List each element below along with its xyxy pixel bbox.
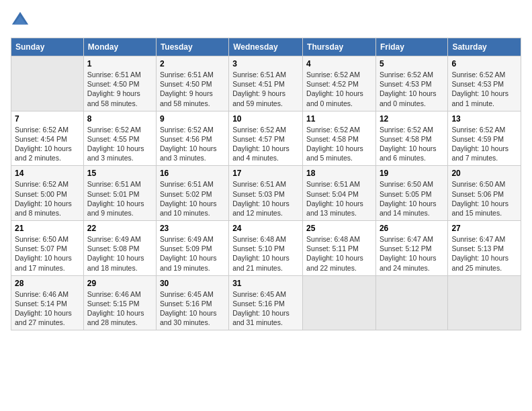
day-number: 26	[380, 224, 444, 233]
col-header-thursday: Thursday	[303, 38, 376, 56]
col-header-saturday: Saturday	[448, 38, 521, 56]
day-info: Sunrise: 6:51 AMSunset: 4:50 PMDaylight:…	[160, 70, 225, 108]
day-info: Sunrise: 6:51 AMSunset: 5:03 PMDaylight:…	[232, 179, 299, 218]
calendar-cell: 3Sunrise: 6:51 AMSunset: 4:51 PMDaylight…	[229, 56, 303, 111]
day-info: Sunrise: 6:51 AMSunset: 5:01 PMDaylight:…	[87, 179, 152, 218]
day-number: 30	[160, 279, 225, 288]
calendar-cell: 10Sunrise: 6:52 AMSunset: 4:57 PMDayligh…	[229, 111, 303, 166]
day-info: Sunrise: 6:45 AMSunset: 5:16 PMDaylight:…	[160, 289, 225, 328]
logo-icon	[11, 11, 30, 30]
day-number: 22	[87, 224, 152, 233]
calendar-week-row: 28Sunrise: 6:46 AMSunset: 5:14 PMDayligh…	[11, 275, 521, 330]
day-number: 3	[232, 59, 299, 68]
day-info: Sunrise: 6:50 AMSunset: 5:05 PMDaylight:…	[380, 179, 444, 218]
col-header-sunday: Sunday	[11, 38, 84, 56]
day-info: Sunrise: 6:52 AMSunset: 4:57 PMDaylight:…	[232, 125, 299, 163]
day-number: 2	[160, 59, 225, 68]
day-info: Sunrise: 6:52 AMSunset: 4:54 PMDaylight:…	[15, 125, 80, 163]
calendar-cell: 20Sunrise: 6:50 AMSunset: 5:06 PMDayligh…	[448, 166, 521, 221]
day-info: Sunrise: 6:51 AMSunset: 4:50 PMDaylight:…	[87, 70, 152, 108]
day-number: 1	[87, 59, 152, 68]
day-number: 18	[306, 169, 372, 178]
day-info: Sunrise: 6:51 AMSunset: 4:51 PMDaylight:…	[232, 70, 299, 108]
calendar-cell: 25Sunrise: 6:48 AMSunset: 5:11 PMDayligh…	[303, 221, 376, 276]
day-number: 31	[232, 279, 299, 288]
col-header-wednesday: Wednesday	[229, 38, 303, 56]
day-number: 12	[380, 114, 444, 124]
calendar-cell: 8Sunrise: 6:52 AMSunset: 4:55 PMDaylight…	[83, 111, 156, 166]
calendar-cell: 17Sunrise: 6:51 AMSunset: 5:03 PMDayligh…	[229, 166, 303, 221]
calendar-cell: 6Sunrise: 6:52 AMSunset: 4:53 PMDaylight…	[448, 56, 521, 111]
page-header	[11, 11, 521, 30]
day-info: Sunrise: 6:52 AMSunset: 4:56 PMDaylight:…	[160, 125, 225, 163]
col-header-friday: Friday	[375, 38, 447, 56]
day-info: Sunrise: 6:48 AMSunset: 5:11 PMDaylight:…	[306, 234, 372, 273]
day-number: 6	[451, 59, 517, 68]
calendar-cell: 29Sunrise: 6:46 AMSunset: 5:15 PMDayligh…	[83, 275, 156, 330]
day-number: 21	[15, 224, 80, 233]
day-number: 29	[87, 279, 152, 288]
day-number: 19	[380, 169, 444, 178]
calendar-cell: 24Sunrise: 6:48 AMSunset: 5:10 PMDayligh…	[229, 221, 303, 276]
day-number: 17	[232, 169, 299, 178]
calendar-cell: 4Sunrise: 6:52 AMSunset: 4:52 PMDaylight…	[303, 56, 376, 111]
day-info: Sunrise: 6:47 AMSunset: 5:12 PMDaylight:…	[380, 234, 444, 273]
day-info: Sunrise: 6:52 AMSunset: 4:58 PMDaylight:…	[306, 125, 372, 163]
calendar-cell: 31Sunrise: 6:45 AMSunset: 5:16 PMDayligh…	[229, 275, 303, 330]
day-number: 4	[306, 59, 372, 68]
day-number: 16	[160, 169, 225, 178]
calendar-cell: 22Sunrise: 6:49 AMSunset: 5:08 PMDayligh…	[83, 221, 156, 276]
day-info: Sunrise: 6:49 AMSunset: 5:09 PMDaylight:…	[160, 234, 225, 273]
day-info: Sunrise: 6:51 AMSunset: 5:02 PMDaylight:…	[160, 179, 225, 218]
day-info: Sunrise: 6:50 AMSunset: 5:07 PMDaylight:…	[15, 234, 80, 273]
day-number: 7	[15, 114, 80, 124]
day-number: 27	[451, 224, 517, 233]
day-number: 24	[232, 224, 299, 233]
day-number: 11	[306, 114, 372, 124]
calendar-cell	[11, 56, 84, 111]
day-number: 20	[451, 169, 517, 178]
calendar-cell: 19Sunrise: 6:50 AMSunset: 5:05 PMDayligh…	[375, 166, 447, 221]
day-info: Sunrise: 6:50 AMSunset: 5:06 PMDaylight:…	[451, 179, 517, 218]
day-number: 5	[380, 59, 444, 68]
day-info: Sunrise: 6:48 AMSunset: 5:10 PMDaylight:…	[232, 234, 299, 273]
day-number: 23	[160, 224, 225, 233]
calendar-week-row: 14Sunrise: 6:52 AMSunset: 5:00 PMDayligh…	[11, 166, 521, 221]
calendar-header-row: SundayMondayTuesdayWednesdayThursdayFrid…	[11, 38, 521, 56]
calendar-cell	[375, 275, 447, 330]
day-info: Sunrise: 6:52 AMSunset: 4:52 PMDaylight:…	[306, 70, 372, 108]
logo	[11, 11, 32, 30]
day-number: 8	[87, 114, 152, 124]
calendar-cell: 13Sunrise: 6:52 AMSunset: 4:59 PMDayligh…	[448, 111, 521, 166]
day-number: 9	[160, 114, 225, 124]
col-header-tuesday: Tuesday	[156, 38, 228, 56]
day-info: Sunrise: 6:52 AMSunset: 5:00 PMDaylight:…	[15, 179, 80, 218]
day-number: 28	[15, 279, 80, 288]
day-info: Sunrise: 6:51 AMSunset: 5:04 PMDaylight:…	[306, 179, 372, 218]
calendar-cell: 23Sunrise: 6:49 AMSunset: 5:09 PMDayligh…	[156, 221, 228, 276]
calendar-cell: 14Sunrise: 6:52 AMSunset: 5:00 PMDayligh…	[11, 166, 84, 221]
calendar-cell	[448, 275, 521, 330]
day-info: Sunrise: 6:52 AMSunset: 4:58 PMDaylight:…	[380, 125, 444, 163]
calendar-cell: 12Sunrise: 6:52 AMSunset: 4:58 PMDayligh…	[375, 111, 447, 166]
day-info: Sunrise: 6:52 AMSunset: 4:59 PMDaylight:…	[451, 125, 517, 163]
calendar-week-row: 7Sunrise: 6:52 AMSunset: 4:54 PMDaylight…	[11, 111, 521, 166]
calendar-cell: 18Sunrise: 6:51 AMSunset: 5:04 PMDayligh…	[303, 166, 376, 221]
calendar-cell: 30Sunrise: 6:45 AMSunset: 5:16 PMDayligh…	[156, 275, 228, 330]
day-info: Sunrise: 6:49 AMSunset: 5:08 PMDaylight:…	[87, 234, 152, 273]
day-number: 13	[451, 114, 517, 124]
day-info: Sunrise: 6:52 AMSunset: 4:53 PMDaylight:…	[451, 70, 517, 108]
day-info: Sunrise: 6:45 AMSunset: 5:16 PMDaylight:…	[232, 289, 299, 328]
calendar-cell: 7Sunrise: 6:52 AMSunset: 4:54 PMDaylight…	[11, 111, 84, 166]
day-info: Sunrise: 6:46 AMSunset: 5:15 PMDaylight:…	[87, 289, 152, 328]
calendar-cell: 5Sunrise: 6:52 AMSunset: 4:53 PMDaylight…	[375, 56, 447, 111]
day-number: 14	[15, 169, 80, 178]
calendar-cell: 11Sunrise: 6:52 AMSunset: 4:58 PMDayligh…	[303, 111, 376, 166]
calendar-cell: 16Sunrise: 6:51 AMSunset: 5:02 PMDayligh…	[156, 166, 228, 221]
day-info: Sunrise: 6:47 AMSunset: 5:13 PMDaylight:…	[451, 234, 517, 273]
day-number: 25	[306, 224, 372, 233]
calendar-cell: 1Sunrise: 6:51 AMSunset: 4:50 PMDaylight…	[83, 56, 156, 111]
day-info: Sunrise: 6:52 AMSunset: 4:53 PMDaylight:…	[380, 70, 444, 108]
calendar-cell: 26Sunrise: 6:47 AMSunset: 5:12 PMDayligh…	[375, 221, 447, 276]
calendar-table: SundayMondayTuesdayWednesdayThursdayFrid…	[11, 38, 521, 330]
